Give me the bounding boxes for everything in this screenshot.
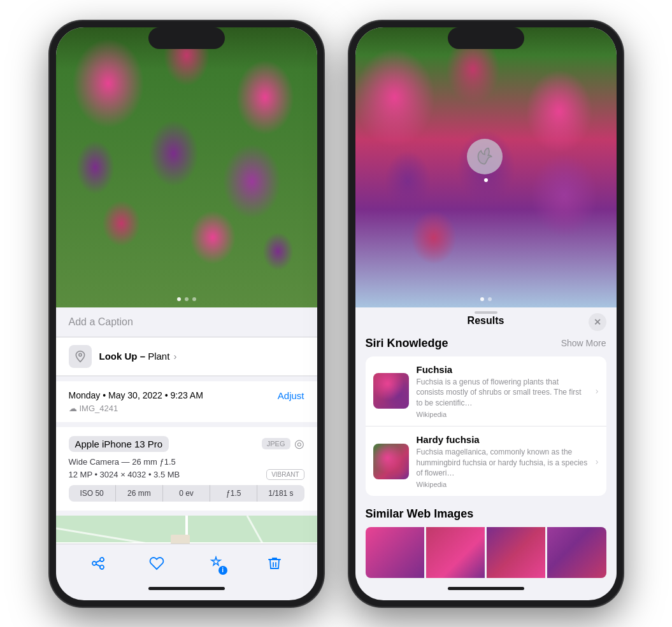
siri-header: Siri Knowledge Show More [366,337,606,350]
exif-row: ISO 50 26 mm 0 ev ƒ1.5 1/181 s [69,485,304,502]
page-dot-1 [177,297,181,301]
similar-img-1[interactable] [366,527,424,578]
share-icon [90,556,106,571]
meta-filename: IMG_4241 [80,404,118,413]
fuchsia-desc: Fuchsia is a genus of flowering plants t… [417,377,588,409]
caption-area[interactable]: Add a Caption [56,307,317,337]
cloud-icon: ☁ [69,404,77,413]
hardy-name: Hardy fuchsia [417,434,588,445]
dynamic-island-right [448,27,524,49]
jpeg-badge: JPEG [262,438,290,449]
flower-photo-left [56,27,317,307]
similar-section: Similar Web Images [355,502,617,578]
exif-iso: ISO 50 [69,485,116,502]
location-icon: ◎ [294,437,304,451]
show-more-button[interactable]: Show More [561,338,606,348]
hardy-chevron: › [596,456,599,467]
leaf-icon [476,148,494,166]
exif-ev: 0 ev [163,485,210,502]
meta-section: Monday • May 30, 2022 • 9:23 AM Adjust ☁… [56,381,317,422]
camera-name: Apple iPhone 13 Pro [69,436,169,452]
lookup-icon [69,345,92,368]
exif-focal: 26 mm [116,485,163,502]
fuchsia-chevron: › [596,386,599,396]
home-indicator-right [448,587,524,590]
knowledge-card: Fuchsia Fuchsia is a genus of flowering … [366,356,606,497]
similar-img-4[interactable] [547,527,606,578]
siri-section: Siri Knowledge Show More Fuchsia Fuchsia… [355,332,617,503]
results-panel: Results ✕ Siri Knowledge Show More [355,307,617,579]
camera-detail: Wide Camera — 26 mm ƒ1.5 [69,457,304,467]
camera-badges: JPEG ◎ [262,437,304,451]
left-screen: Add a Caption Look Up – Plant › Monday •… [56,27,317,600]
meta-date-row: Monday • May 30, 2022 • 9:23 AM Adjust [69,390,304,401]
hardy-thumbnail [373,444,409,479]
knowledge-item-fuchsia[interactable]: Fuchsia Fuchsia is a genus of flowering … [366,356,606,426]
meta-date: Monday • May 30, 2022 • 9:23 AM [69,390,203,400]
fuchsia-content: Fuchsia Fuchsia is a genus of flowering … [417,364,588,418]
visual-intelligence-button[interactable] [467,139,505,177]
page-dots-right [480,297,492,301]
lookup-row[interactable]: Look Up – Plant › [56,337,317,376]
camera-specs: 12 MP • 3024 × 4032 • 3.5 MB VIBRANT [69,469,304,480]
dynamic-island [148,27,225,49]
right-phone: Results ✕ Siri Knowledge Show More [349,21,623,607]
similar-img-2[interactable] [426,527,485,578]
fuchsia-source: Wikipedia [417,411,588,418]
vi-dot [484,178,488,182]
page-dot-r1 [480,297,484,301]
vi-circle [467,139,503,174]
photo-area-right [355,27,617,307]
fuchsia-thumbnail [373,373,409,409]
hardy-desc: Fuchsia magellanica, commonly known as t… [417,447,588,479]
toolbar: i [56,544,317,582]
lookup-label: Look Up – Plant › [99,351,177,362]
favorite-button[interactable] [143,549,171,577]
photo-area-left[interactable] [56,27,317,307]
page-dots [177,297,196,301]
page-dot-r2 [488,297,492,301]
trash-icon [267,556,282,571]
results-close-button[interactable]: ✕ [589,313,606,331]
results-handle [475,311,497,314]
home-indicator-left [148,587,225,590]
camera-section: Apple iPhone 13 Pro JPEG ◎ Wide Camera —… [56,427,317,511]
left-phone: Add a Caption Look Up – Plant › Monday •… [50,21,324,607]
right-screen: Results ✕ Siri Knowledge Show More [355,27,617,600]
info-button[interactable]: i [202,549,230,577]
results-header: Results ✕ [355,307,617,332]
hardy-content: Hardy fuchsia Fuchsia magellanica, commo… [417,434,588,488]
hardy-source: Wikipedia [417,481,588,488]
adjust-button[interactable]: Adjust [278,390,304,401]
knowledge-item-hardy[interactable]: Hardy fuchsia Fuchsia magellanica, commo… [366,426,606,496]
heart-icon [149,556,164,571]
svg-rect-6 [171,535,190,544]
results-title: Results [468,315,504,327]
similar-grid [366,527,606,578]
exif-aperture: ƒ1.5 [210,485,257,502]
exif-shutter: 1/181 s [257,485,304,502]
page-dot-3 [192,297,196,301]
page-dot-2 [185,297,189,301]
share-button[interactable] [84,549,112,577]
info-badge: i [218,566,227,575]
caption-placeholder: Add a Caption [69,316,133,327]
vibrant-badge: VIBRANT [266,469,304,480]
fuchsia-name: Fuchsia [417,364,588,375]
delete-button[interactable] [261,549,289,577]
similar-title: Similar Web Images [366,507,606,521]
siri-knowledge-title: Siri Knowledge [366,337,448,350]
svg-point-0 [78,353,81,356]
meta-filename-row: ☁ IMG_4241 [69,404,304,413]
similar-img-3[interactable] [487,527,545,578]
info-panel: Add a Caption Look Up – Plant › Monday •… [56,307,317,573]
camera-header: Apple iPhone 13 Pro JPEG ◎ [69,436,304,452]
